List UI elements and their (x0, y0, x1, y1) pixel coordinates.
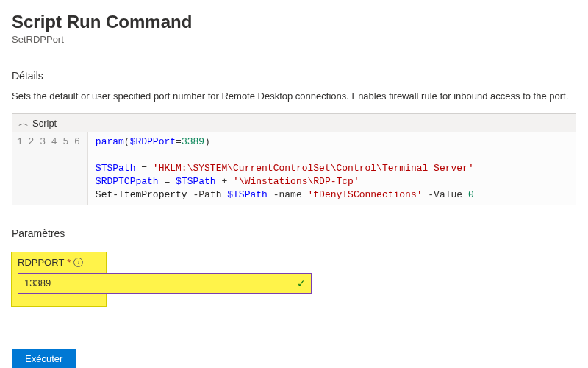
info-icon[interactable]: i (74, 258, 83, 267)
page-subtitle: SetRDPPort (12, 34, 576, 45)
rdpport-label: RDPPORT * i (18, 257, 100, 268)
rdpport-input[interactable] (18, 273, 312, 294)
code-content: param($RDPPort=3389) $TSPath = 'HKLM:\SY… (88, 132, 576, 205)
execute-button[interactable]: Exécuter (12, 349, 76, 368)
script-toggle[interactable]: ︿ Script (12, 114, 576, 132)
code-viewer: 1 2 3 4 5 6 param($RDPPort=3389) $TSPath… (12, 132, 576, 205)
script-panel: ︿ Script 1 2 3 4 5 6 param($RDPPort=3389… (12, 113, 576, 205)
script-toggle-label: Script (32, 118, 57, 129)
details-description: Sets the default or user specified port … (12, 91, 576, 103)
required-asterisk: * (67, 257, 71, 268)
code-gutter: 1 2 3 4 5 6 (12, 132, 88, 205)
parameters-label: Paramètres (12, 227, 576, 239)
rdpport-label-text: RDPPORT (18, 257, 64, 268)
chevron-up-icon: ︿ (18, 118, 29, 129)
page-title: Script Run Command (12, 12, 576, 32)
details-label: Détails (12, 70, 576, 82)
rdpport-field-block: RDPPORT * i ✓ (12, 252, 106, 306)
